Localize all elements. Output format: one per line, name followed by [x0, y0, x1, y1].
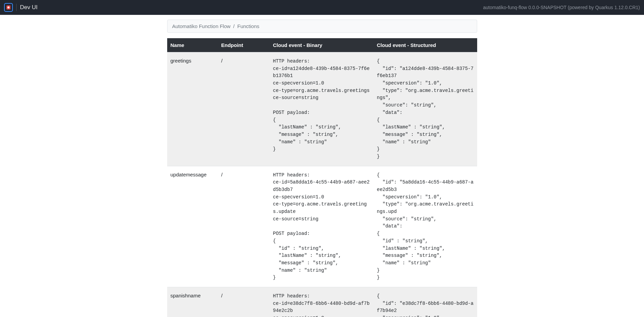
app-title: Dev UI [20, 4, 38, 11]
cell-structured: { "id": "e38dc7f8-6bb6-4480-bd9d-af7b94e… [374, 287, 477, 317]
binary-payload: HTTP headers: ce-id=a124dde8-439b-4584-8… [273, 58, 370, 153]
table-row: updatemessage / HTTP headers: ce-id=5a8d… [167, 166, 477, 287]
app-subtitle: automatiko-funq-flow 0.0.0-SNAPSHOT (pow… [483, 5, 640, 10]
header-divider [16, 4, 17, 11]
cell-endpoint: / [218, 166, 270, 287]
main-container: Automatiko Function Flow / Functions Nam… [167, 15, 477, 317]
header-left: Dev UI [4, 3, 38, 12]
table-header-row: Name Endpoint Cloud event - Binary Cloud… [167, 38, 477, 52]
quarkus-logo-icon[interactable] [4, 3, 13, 12]
structured-payload: { "id": "e38dc7f8-6bb6-4480-bd9d-af7b94e… [377, 293, 474, 317]
cell-endpoint: / [218, 52, 270, 166]
breadcrumb-current: Functions [237, 23, 259, 29]
cell-binary: HTTP headers: ce-id=5a8dda16-4c55-44b9-a… [270, 166, 374, 287]
app-header: Dev UI automatiko-funq-flow 0.0.0-SNAPSH… [0, 0, 644, 15]
breadcrumb-parent[interactable]: Automatiko Function Flow [172, 23, 231, 29]
col-header-structured: Cloud event - Structured [374, 38, 477, 52]
table-row: spanishname / HTTP headers: ce-id=e38dc7… [167, 287, 477, 317]
structured-payload: { "id": "5a8dda16-4c55-44b9-a687-aee2d5b… [377, 172, 474, 282]
cell-name: updatemessage [167, 166, 218, 287]
binary-payload: HTTP headers: ce-id=5a8dda16-4c55-44b9-a… [273, 172, 370, 282]
cell-endpoint: / [218, 287, 270, 317]
col-header-binary: Cloud event - Binary [270, 38, 374, 52]
structured-payload: { "id": "a124dde8-439b-4584-8375-7f6eb13… [377, 58, 474, 161]
col-header-name: Name [167, 38, 218, 52]
cell-structured: { "id": "a124dde8-439b-4584-8375-7f6eb13… [374, 52, 477, 166]
cell-binary: HTTP headers: ce-id=e38dc7f8-6bb6-4480-b… [270, 287, 374, 317]
table-row: greetings / HTTP headers: ce-id=a124dde8… [167, 52, 477, 166]
cell-structured: { "id": "5a8dda16-4c55-44b9-a687-aee2d5b… [374, 166, 477, 287]
binary-payload: HTTP headers: ce-id=e38dc7f8-6bb6-4480-b… [273, 293, 370, 317]
cell-name: greetings [167, 52, 218, 166]
breadcrumb-separator: / [233, 23, 235, 29]
breadcrumb: Automatiko Function Flow / Functions [167, 20, 477, 33]
col-header-endpoint: Endpoint [218, 38, 270, 52]
cell-name: spanishname [167, 287, 218, 317]
cell-binary: HTTP headers: ce-id=a124dde8-439b-4584-8… [270, 52, 374, 166]
functions-table: Name Endpoint Cloud event - Binary Cloud… [167, 38, 477, 317]
